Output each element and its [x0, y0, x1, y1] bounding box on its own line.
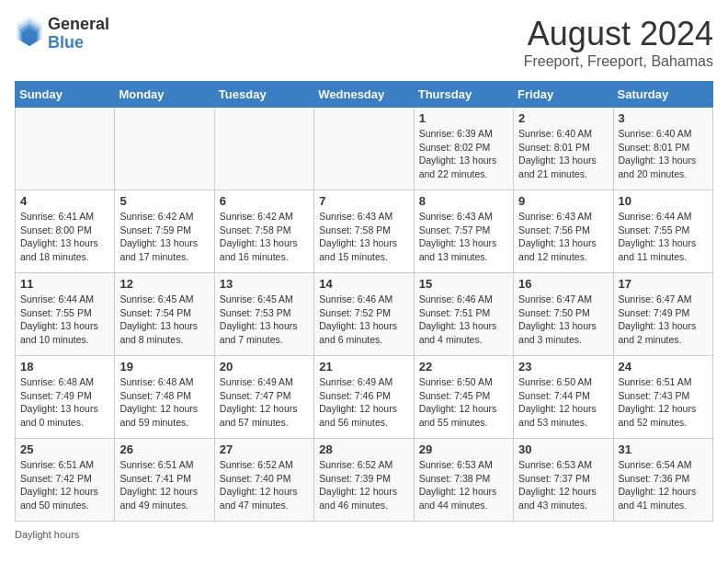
cell-info: Sunrise: 6:43 AM Sunset: 7:57 PM Dayligh… — [419, 210, 508, 264]
day-number: 12 — [119, 277, 209, 291]
col-header-wednesday: Wednesday — [314, 82, 414, 108]
cell-info: Sunrise: 6:43 AM Sunset: 7:56 PM Dayligh… — [518, 210, 608, 264]
cell-info: Sunrise: 6:53 AM Sunset: 7:38 PM Dayligh… — [419, 458, 508, 512]
day-number: 11 — [20, 277, 109, 291]
calendar-cell: 23Sunrise: 6:50 AM Sunset: 7:44 PM Dayli… — [514, 356, 613, 439]
calendar-cell — [115, 108, 214, 190]
cell-info: Sunrise: 6:40 AM Sunset: 8:01 PM Dayligh… — [518, 127, 608, 181]
calendar-cell: 12Sunrise: 6:45 AM Sunset: 7:54 PM Dayli… — [115, 273, 214, 356]
day-number: 9 — [518, 194, 608, 208]
calendar-cell: 4Sunrise: 6:41 AM Sunset: 8:00 PM Daylig… — [16, 190, 115, 273]
day-number: 16 — [518, 277, 608, 291]
day-number: 4 — [20, 194, 109, 208]
cell-info: Sunrise: 6:49 AM Sunset: 7:47 PM Dayligh… — [220, 375, 309, 430]
cell-info: Sunrise: 6:52 AM Sunset: 7:40 PM Dayligh… — [220, 458, 309, 512]
logo: General Blue — [15, 15, 109, 53]
calendar-cell: 1Sunrise: 6:39 AM Sunset: 8:02 PM Daylig… — [414, 108, 513, 190]
calendar-cell: 6Sunrise: 6:42 AM Sunset: 7:58 PM Daylig… — [214, 190, 313, 273]
cell-info: Sunrise: 6:47 AM Sunset: 7:49 PM Dayligh… — [619, 293, 708, 347]
cell-info: Sunrise: 6:48 AM Sunset: 7:48 PM Dayligh… — [119, 375, 209, 430]
week-row-4: 18Sunrise: 6:48 AM Sunset: 7:49 PM Dayli… — [16, 356, 713, 439]
cell-info: Sunrise: 6:47 AM Sunset: 7:50 PM Dayligh… — [518, 293, 608, 347]
day-number: 28 — [319, 442, 408, 456]
day-number: 10 — [619, 194, 708, 208]
page-header: General Blue August 2024 Freeport, Freep… — [15, 15, 713, 70]
calendar-cell: 5Sunrise: 6:42 AM Sunset: 7:59 PM Daylig… — [115, 190, 214, 273]
calendar-cell: 3Sunrise: 6:40 AM Sunset: 8:01 PM Daylig… — [613, 108, 712, 190]
main-title: August 2024 — [524, 15, 713, 53]
title-block: August 2024 Freeport, Freeport, Bahamas — [524, 15, 713, 70]
calendar-cell — [16, 108, 115, 190]
cell-info: Sunrise: 6:45 AM Sunset: 7:53 PM Dayligh… — [220, 293, 309, 347]
day-number: 20 — [220, 360, 309, 373]
calendar-cell: 9Sunrise: 6:43 AM Sunset: 7:56 PM Daylig… — [514, 190, 613, 273]
cell-info: Sunrise: 6:50 AM Sunset: 7:45 PM Dayligh… — [419, 375, 508, 430]
calendar-cell: 18Sunrise: 6:48 AM Sunset: 7:49 PM Dayli… — [16, 356, 115, 439]
day-number: 14 — [319, 277, 408, 291]
cell-info: Sunrise: 6:42 AM Sunset: 7:59 PM Dayligh… — [119, 210, 209, 264]
footer: Daylight hours — [15, 529, 713, 540]
day-number: 6 — [220, 194, 309, 208]
cell-info: Sunrise: 6:51 AM Sunset: 7:42 PM Dayligh… — [20, 458, 109, 512]
calendar-cell — [214, 108, 313, 190]
cell-info: Sunrise: 6:46 AM Sunset: 7:52 PM Dayligh… — [319, 293, 408, 347]
calendar-cell: 20Sunrise: 6:49 AM Sunset: 7:47 PM Dayli… — [214, 356, 313, 439]
day-number: 30 — [518, 442, 608, 456]
cell-info: Sunrise: 6:51 AM Sunset: 7:43 PM Dayligh… — [619, 375, 708, 430]
cell-info: Sunrise: 6:39 AM Sunset: 8:02 PM Dayligh… — [419, 127, 508, 181]
col-header-tuesday: Tuesday — [214, 82, 313, 108]
cell-info: Sunrise: 6:42 AM Sunset: 7:58 PM Dayligh… — [220, 210, 309, 264]
day-number: 2 — [518, 111, 608, 125]
day-number: 1 — [419, 111, 508, 125]
week-row-3: 11Sunrise: 6:44 AM Sunset: 7:55 PM Dayli… — [16, 273, 713, 356]
day-number: 29 — [419, 442, 508, 456]
cell-info: Sunrise: 6:53 AM Sunset: 7:37 PM Dayligh… — [518, 458, 608, 512]
calendar-cell: 7Sunrise: 6:43 AM Sunset: 7:58 PM Daylig… — [314, 190, 414, 273]
calendar-cell: 26Sunrise: 6:51 AM Sunset: 7:41 PM Dayli… — [115, 439, 214, 522]
col-header-thursday: Thursday — [414, 82, 513, 108]
calendar-cell: 14Sunrise: 6:46 AM Sunset: 7:52 PM Dayli… — [314, 273, 414, 356]
logo-blue: Blue — [48, 34, 109, 52]
cell-info: Sunrise: 6:44 AM Sunset: 7:55 PM Dayligh… — [20, 293, 109, 347]
day-number: 15 — [419, 277, 508, 291]
cell-info: Sunrise: 6:50 AM Sunset: 7:44 PM Dayligh… — [518, 375, 608, 430]
day-number: 31 — [619, 442, 708, 456]
calendar-cell: 2Sunrise: 6:40 AM Sunset: 8:01 PM Daylig… — [514, 108, 613, 190]
col-header-monday: Monday — [115, 82, 214, 108]
logo-text: General Blue — [48, 16, 109, 52]
week-row-1: 1Sunrise: 6:39 AM Sunset: 8:02 PM Daylig… — [16, 108, 713, 190]
day-number: 27 — [220, 442, 309, 456]
cell-info: Sunrise: 6:40 AM Sunset: 8:01 PM Dayligh… — [619, 127, 708, 181]
cell-info: Sunrise: 6:41 AM Sunset: 8:00 PM Dayligh… — [20, 210, 109, 264]
cell-info: Sunrise: 6:46 AM Sunset: 7:51 PM Dayligh… — [419, 293, 508, 347]
calendar-cell: 16Sunrise: 6:47 AM Sunset: 7:50 PM Dayli… — [514, 273, 613, 356]
day-number: 7 — [319, 194, 408, 208]
cell-info: Sunrise: 6:51 AM Sunset: 7:41 PM Dayligh… — [119, 458, 209, 512]
calendar-cell: 8Sunrise: 6:43 AM Sunset: 7:57 PM Daylig… — [414, 190, 513, 273]
calendar-cell: 31Sunrise: 6:54 AM Sunset: 7:36 PM Dayli… — [613, 439, 712, 522]
calendar-cell — [314, 108, 414, 190]
week-row-5: 25Sunrise: 6:51 AM Sunset: 7:42 PM Dayli… — [16, 439, 713, 522]
subtitle: Freeport, Freeport, Bahamas — [524, 53, 713, 70]
calendar-cell: 21Sunrise: 6:49 AM Sunset: 7:46 PM Dayli… — [314, 356, 414, 439]
day-number: 19 — [119, 360, 209, 373]
day-number: 26 — [119, 442, 209, 456]
day-number: 17 — [619, 277, 708, 291]
daylight-label: Daylight hours — [15, 529, 79, 540]
logo-icon — [15, 15, 44, 53]
calendar-cell: 25Sunrise: 6:51 AM Sunset: 7:42 PM Dayli… — [16, 439, 115, 522]
cell-info: Sunrise: 6:45 AM Sunset: 7:54 PM Dayligh… — [119, 293, 209, 347]
day-number: 24 — [619, 360, 708, 373]
day-number: 23 — [518, 360, 608, 373]
day-number: 8 — [419, 194, 508, 208]
header-row: SundayMondayTuesdayWednesdayThursdayFrid… — [16, 82, 713, 108]
calendar-cell: 15Sunrise: 6:46 AM Sunset: 7:51 PM Dayli… — [414, 273, 513, 356]
calendar-cell: 24Sunrise: 6:51 AM Sunset: 7:43 PM Dayli… — [613, 356, 712, 439]
week-row-2: 4Sunrise: 6:41 AM Sunset: 8:00 PM Daylig… — [16, 190, 713, 273]
cell-info: Sunrise: 6:54 AM Sunset: 7:36 PM Dayligh… — [619, 458, 708, 512]
calendar-cell: 28Sunrise: 6:52 AM Sunset: 7:39 PM Dayli… — [314, 439, 414, 522]
calendar-cell: 13Sunrise: 6:45 AM Sunset: 7:53 PM Dayli… — [214, 273, 313, 356]
cell-info: Sunrise: 6:43 AM Sunset: 7:58 PM Dayligh… — [319, 210, 408, 264]
day-number: 22 — [419, 360, 508, 373]
calendar-cell: 17Sunrise: 6:47 AM Sunset: 7:49 PM Dayli… — [613, 273, 712, 356]
